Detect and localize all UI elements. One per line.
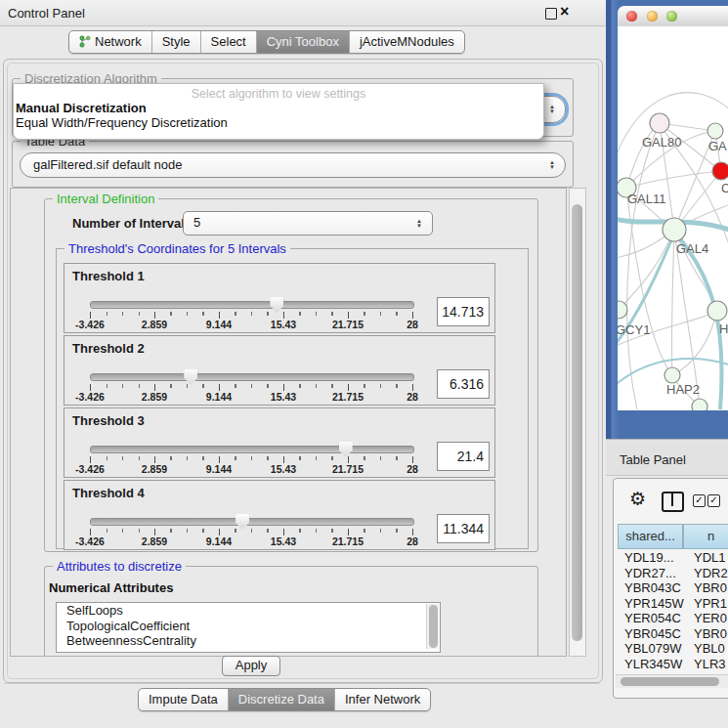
tab-select[interactable]: Select bbox=[200, 31, 256, 53]
network-node-label: C bbox=[721, 181, 728, 195]
slider-tick-labels: -3.4262.859 9.14415.43 21.71528 bbox=[90, 463, 412, 475]
column-header-name[interactable]: n bbox=[683, 524, 728, 549]
attributes-group: Attributes to discretize Numerical Attri… bbox=[44, 566, 538, 657]
list-scrollbar[interactable] bbox=[426, 604, 439, 649]
threshold-2-value-field[interactable]: 6.316 bbox=[437, 369, 490, 399]
tab-cyni-toolbox-label: Cyni Toolbox bbox=[267, 34, 339, 49]
network-node-label: GCY1 bbox=[618, 322, 650, 337]
list-item[interactable]: BetweennessCentrality bbox=[57, 633, 440, 649]
table-row[interactable]: YBR043CYBR0 bbox=[618, 580, 728, 596]
numerical-attributes-label: Numerical Attributes bbox=[49, 580, 173, 595]
network-node[interactable] bbox=[618, 301, 627, 319]
thresholds-group: Threshold's Coordinates for 5 Intervals … bbox=[56, 248, 529, 549]
thresholds-group-title: Threshold's Coordinates for 5 Intervals bbox=[64, 241, 290, 256]
tab-discretize-data[interactable]: Discretize Data bbox=[228, 689, 334, 710]
threshold-1-slider[interactable] bbox=[90, 301, 414, 309]
table-horizontal-scrollbar[interactable] bbox=[616, 674, 728, 688]
popup-item-manual-discretization[interactable]: Manual Discretization bbox=[14, 101, 543, 115]
table-data-combo[interactable]: galFiltered.sif default node ▲▼ bbox=[20, 152, 566, 178]
popup-hint: Select algorithm to view settings bbox=[14, 84, 543, 101]
number-of-intervals-value: 5 bbox=[193, 215, 200, 230]
threshold-1-value-field[interactable]: 14.713 bbox=[437, 297, 490, 326]
table-row[interactable]: YER054CYER0 bbox=[618, 611, 728, 626]
threshold-3-value-field[interactable]: 21.4 bbox=[437, 442, 490, 471]
network-node[interactable] bbox=[664, 367, 680, 383]
table-row[interactable]: YBR045CYBR0 bbox=[618, 626, 728, 642]
network-node[interactable] bbox=[707, 301, 727, 321]
combo-stepper-icon: ▲▼ bbox=[416, 212, 422, 235]
table-row[interactable]: YDR27...YDR2 bbox=[618, 566, 728, 581]
tab-impute-data[interactable]: Impute Data bbox=[139, 689, 228, 710]
panel-title: Control Panel bbox=[8, 6, 85, 21]
threshold-4-slider[interactable] bbox=[90, 518, 414, 526]
tab-jactivemnodules[interactable]: jActiveMNodules bbox=[349, 31, 464, 53]
table-row[interactable]: YPR145WYPR1 bbox=[618, 596, 728, 612]
settings-scroll-area: Interval Definition Number of Intervals … bbox=[10, 188, 567, 657]
threshold-3-slider-thumb[interactable] bbox=[339, 442, 353, 457]
combo-stepper-icon: ▲▼ bbox=[549, 153, 555, 177]
close-icon[interactable]: × bbox=[560, 3, 569, 21]
control-panel: Control Panel × Network Style Select Cyn… bbox=[0, 0, 606, 728]
attributes-group-title: Attributes to discretize bbox=[53, 559, 186, 574]
interval-definition-group: Interval Definition Number of Intervals … bbox=[44, 198, 538, 552]
threshold-2-panel: Threshold 2 -3.4262.859 9.14415.43 21.71… bbox=[64, 335, 495, 406]
threshold-1-panel: Threshold 1 -3.4262.859 9.14415.43 21.71… bbox=[64, 263, 495, 333]
checkbox-icon[interactable]: ✓ bbox=[707, 494, 720, 507]
combo-stepper-icon: ▲▼ bbox=[549, 97, 555, 122]
tab-cyni-toolbox[interactable]: Cyni Toolbox bbox=[256, 31, 349, 53]
table-panel-title: Table Panel bbox=[620, 452, 686, 467]
column-header-shared-name[interactable]: shared... bbox=[618, 524, 683, 549]
checkbox-icon[interactable]: ✓ bbox=[693, 494, 706, 507]
threshold-2-label: Threshold 2 bbox=[72, 341, 145, 356]
network-node[interactable] bbox=[712, 162, 728, 180]
network-node[interactable] bbox=[707, 123, 723, 139]
number-of-intervals-combo[interactable]: 5 ▲▼ bbox=[183, 211, 433, 236]
threshold-1-slider-thumb[interactable] bbox=[270, 297, 283, 313]
tab-select-label: Select bbox=[211, 34, 246, 49]
threshold-3-panel: Threshold 3 -3.4262.859 9.14415.43 21.71… bbox=[64, 407, 495, 478]
threshold-3-slider[interactable] bbox=[90, 446, 414, 453]
apply-button[interactable]: Apply bbox=[222, 656, 280, 676]
network-node[interactable] bbox=[663, 218, 686, 241]
network-node[interactable] bbox=[650, 113, 669, 133]
slider-tick-labels: -3.4262.859 9.14415.43 21.71528 bbox=[90, 391, 412, 403]
tab-style[interactable]: Style bbox=[151, 31, 200, 53]
network-node[interactable] bbox=[692, 399, 707, 410]
table-data-combo-value: galFiltered.sif default node bbox=[33, 157, 182, 172]
tab-infer-network-label: Infer Network bbox=[345, 692, 420, 707]
table-row[interactable]: YBL079WYBL0 bbox=[618, 641, 728, 657]
threshold-3-label: Threshold 3 bbox=[72, 413, 145, 428]
threshold-2-slider[interactable] bbox=[90, 373, 414, 381]
minimize-traffic-light[interactable] bbox=[647, 11, 658, 21]
table-row[interactable]: YLR345WYLR3 bbox=[618, 657, 728, 672]
control-panel-titlebar: Control Panel × bbox=[0, 0, 606, 26]
network-node-label: H bbox=[719, 321, 728, 336]
tab-style-label: Style bbox=[162, 34, 191, 49]
tab-infer-network[interactable]: Infer Network bbox=[334, 689, 430, 710]
network-node-label: HAP2 bbox=[666, 382, 700, 397]
network-canvas[interactable]: GAL80GACGAL11GAL4GCY1HHAP2 bbox=[618, 26, 728, 410]
tab-jactivemnodules-label: jActiveMNodules bbox=[360, 34, 454, 49]
list-item[interactable]: SelfLoops bbox=[57, 603, 440, 619]
threshold-2-slider-thumb[interactable] bbox=[184, 369, 197, 385]
number-of-intervals-label: Number of Intervals bbox=[72, 216, 192, 231]
close-traffic-light[interactable] bbox=[626, 11, 637, 21]
network-node-label: GAL11 bbox=[627, 192, 666, 206]
threshold-4-value-field[interactable]: 11.344 bbox=[437, 514, 490, 543]
scrollbar-thumb[interactable] bbox=[621, 677, 719, 686]
threshold-4-slider-thumb[interactable] bbox=[236, 514, 249, 530]
split-columns-icon[interactable] bbox=[662, 492, 684, 512]
float-window-icon[interactable] bbox=[545, 8, 557, 20]
popup-item-equal-width-frequency[interactable]: Equal Width/Frequency Discretization bbox=[14, 115, 543, 130]
gear-icon[interactable]: ⚙ bbox=[629, 488, 646, 510]
list-item[interactable]: TopologicalCoefficient bbox=[57, 619, 440, 634]
bottom-tab-bar: Impute Data Discretize Data Infer Networ… bbox=[138, 688, 431, 711]
screenshot-stage: Control Panel × Network Style Select Cyn… bbox=[0, 0, 728, 728]
scrollbar-thumb[interactable] bbox=[572, 204, 582, 641]
network-window-titlebar[interactable] bbox=[618, 6, 728, 27]
settings-vertical-scrollbar[interactable] bbox=[569, 188, 586, 657]
threshold-4-label: Threshold 4 bbox=[72, 486, 145, 500]
table-row[interactable]: YDL19...YDL1 bbox=[618, 550, 728, 566]
tab-network[interactable]: Network bbox=[69, 31, 151, 53]
zoom-traffic-light[interactable] bbox=[666, 11, 677, 21]
